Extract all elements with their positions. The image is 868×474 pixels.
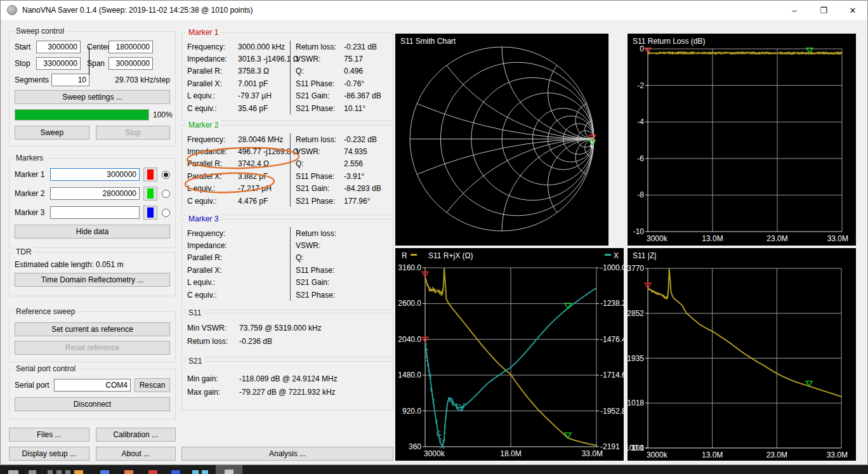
marker-select-radio[interactable] xyxy=(162,171,170,179)
min-gain-value: -118.089 dB @ 24.9124 MHz xyxy=(239,374,338,383)
svg-text:360: 360 xyxy=(409,442,421,451)
svg-text:2852: 2852 xyxy=(628,309,644,318)
svg-text:101: 101 xyxy=(631,444,644,452)
detail-label: C equiv.: xyxy=(187,104,238,113)
hide-data-button[interactable]: Hide data xyxy=(15,225,170,239)
taskbar-icon[interactable] xyxy=(148,470,157,474)
detail-value: 74.935 xyxy=(344,147,367,156)
detail-label: Parallel X: xyxy=(187,266,238,275)
taskbar-icon[interactable] xyxy=(29,470,36,474)
reference-sweep-group: Reference sweep Set current as reference… xyxy=(9,312,176,362)
s11-smith-chart[interactable]: S11 Smith Chart xyxy=(395,34,608,246)
serial-port-label: Serial port xyxy=(15,381,54,390)
marker-select-radio[interactable] xyxy=(162,209,170,217)
detail-row: Impedance: xyxy=(187,239,290,251)
detail-label: Q: xyxy=(296,253,344,262)
detail-row: Parallel R: xyxy=(187,252,290,264)
detail-row: Q:0.496 xyxy=(296,65,389,77)
detail-row: S21 Gain:-84.283 dB xyxy=(296,183,389,195)
marker-color-button[interactable] xyxy=(143,187,157,201)
detail-value: -0.76° xyxy=(344,79,364,88)
calibration-button[interactable]: Calibration ... xyxy=(96,428,176,442)
marker-label: Marker 3 xyxy=(15,208,50,217)
taskbar-icon[interactable] xyxy=(8,470,18,474)
detail-value: 4.476 pF xyxy=(238,197,268,206)
analysis-button[interactable]: Analysis ... xyxy=(181,447,393,461)
taskbar-icon[interactable] xyxy=(48,470,53,474)
disconnect-button[interactable]: Disconnect xyxy=(15,397,170,411)
detail-value: -0.231 dB xyxy=(344,43,377,51)
maximize-button[interactable]: ❐ xyxy=(809,1,838,20)
set-reference-button[interactable]: Set current as reference xyxy=(15,322,170,336)
detail-label: Q: xyxy=(296,159,344,168)
s11-return-loss-chart[interactable]: 0-2-4-6-8-103000k13.0M23.0M33.0MS11 Retu… xyxy=(628,34,856,246)
center-label: Center xyxy=(81,43,109,51)
taskbar-icon[interactable] xyxy=(100,470,109,474)
marker-frequency-input[interactable] xyxy=(50,187,140,200)
detail-row: Parallel R:3758.3 Ω xyxy=(187,65,290,77)
taskbar-icon[interactable] xyxy=(171,470,180,474)
sweep-settings-button[interactable]: Sweep settings ... xyxy=(15,90,170,104)
detail-row: S21 Phase:10.11° xyxy=(296,102,389,114)
span-input[interactable] xyxy=(109,57,153,70)
detail-row: L equiv.:-7.217 µH xyxy=(187,183,290,195)
detail-label: Parallel X: xyxy=(187,172,238,181)
start-input[interactable] xyxy=(36,41,81,53)
stop-input[interactable] xyxy=(36,57,81,70)
s11-r-jx-chart[interactable]: 3160.02600.02040.01480.0920.0360-1000.0-… xyxy=(395,248,624,461)
s11-return-loss-label: Return loss: xyxy=(187,337,239,346)
divider xyxy=(89,47,89,75)
tdr-button[interactable]: Time Domain Reflectometry ... xyxy=(15,273,170,287)
taskbar-icon[interactable] xyxy=(124,470,133,474)
detail-label: Parallel R: xyxy=(187,159,238,168)
marker-frequency-input[interactable] xyxy=(50,206,140,219)
taskbar[interactable] xyxy=(0,465,868,474)
marker-frequency-input[interactable] xyxy=(50,168,140,181)
detail-label: L equiv.: xyxy=(187,91,238,100)
taskbar-icon[interactable] xyxy=(56,470,62,474)
detail-label: S21 Gain: xyxy=(296,184,344,193)
tdr-group: TDR Estimated cable length: 0.051 m Time… xyxy=(9,252,176,296)
detail-row: VSWR: xyxy=(296,239,389,251)
taskbar-icon[interactable] xyxy=(74,470,83,474)
cable-length-label: Estimated cable length: xyxy=(15,260,94,269)
detail-value: -3.91° xyxy=(344,172,364,181)
marker-select-radio[interactable] xyxy=(162,190,170,198)
serial-port-title: Serial port control xyxy=(13,364,78,373)
sweep-button[interactable]: Sweep xyxy=(15,126,89,140)
detail-label: VSWR: xyxy=(296,241,344,250)
detail-row: C equiv.:35.46 pF xyxy=(187,102,290,114)
taskbar-icon[interactable] xyxy=(202,470,208,474)
serial-port-group: Serial port control Serial port Rescan D… xyxy=(9,369,176,419)
close-button[interactable]: ✕ xyxy=(838,1,867,20)
marker-color-button[interactable] xyxy=(143,168,157,181)
marker-label: Marker 2 xyxy=(15,189,50,198)
detail-label: C equiv.: xyxy=(187,197,238,206)
display-setup-button[interactable]: Display setup ... xyxy=(9,447,89,461)
serial-port-input[interactable] xyxy=(54,379,131,392)
stop-button[interactable]: Stop xyxy=(96,126,171,140)
detail-value: -84.283 dB xyxy=(344,184,381,193)
about-button[interactable]: About ... xyxy=(96,447,176,461)
detail-label: Parallel R: xyxy=(187,253,238,262)
segments-input[interactable] xyxy=(51,74,89,86)
center-input[interactable] xyxy=(109,41,153,53)
taskbar-icon[interactable] xyxy=(192,470,199,474)
taskbar-active-app[interactable] xyxy=(216,465,242,474)
rescan-button[interactable]: Rescan xyxy=(135,378,170,392)
active-app-icon xyxy=(225,470,233,474)
detail-label: Q: xyxy=(296,67,344,76)
detail-label: S21 Gain: xyxy=(296,278,344,287)
reset-reference-button[interactable]: Reset reference xyxy=(15,341,170,355)
svg-text:920.0: 920.0 xyxy=(402,407,421,416)
s11-stats-title: S11 xyxy=(186,308,204,317)
s11-z-chart[interactable]: 3770285219351018100.01013000k13.0M23.0M3… xyxy=(628,248,856,461)
minimize-button[interactable]: – xyxy=(780,1,809,20)
svg-text:3770: 3770 xyxy=(628,264,644,273)
files-button[interactable]: Files ... xyxy=(9,428,89,442)
taskbar-icon[interactable] xyxy=(65,470,70,474)
marker-color-button[interactable] xyxy=(143,206,157,220)
marker-details-title: Marker 2 xyxy=(186,121,221,129)
marker-details-title: Marker 3 xyxy=(186,214,221,223)
s11-stats-group: S11 Min VSWR:73.759 @ 5319.000 kHz Retur… xyxy=(181,313,393,357)
